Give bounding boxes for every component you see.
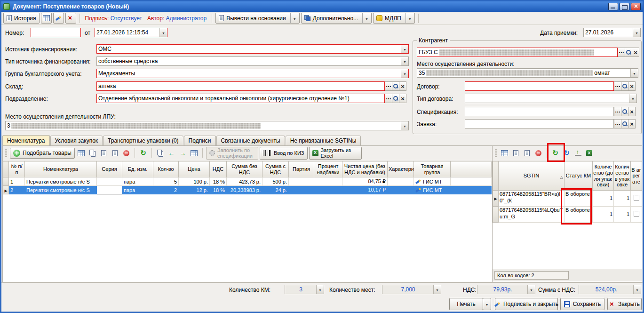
chevron-down-icon[interactable] <box>401 45 408 53</box>
chevron-down-icon[interactable] <box>405 13 412 23</box>
aggregate-checkbox[interactable] <box>634 195 639 201</box>
col-header[interactable]: Сумма без НДС <box>227 161 262 177</box>
ellipsis-button[interactable] <box>614 119 621 128</box>
table-row[interactable]: 1 Перчатки смотровые н/с S пара 5 100 р.… <box>3 177 492 186</box>
tab-linked-documents[interactable]: Связанные документы <box>216 136 285 146</box>
col-header[interactable]: Цена <box>179 161 210 177</box>
kiz-input-button[interactable]: Ввод по КИЗ <box>260 147 308 160</box>
chevron-down-icon[interactable] <box>629 94 636 103</box>
chevron-down-icon[interactable] <box>633 28 640 37</box>
tab-unlinked-sgtins[interactable]: Не привязанные SGTINы <box>286 136 361 146</box>
search-button[interactable] <box>621 119 628 128</box>
status-cell[interactable]: В обороте <box>564 191 593 207</box>
ellipsis-button[interactable] <box>618 48 625 57</box>
aggregate-checkbox[interactable] <box>634 211 639 217</box>
create-based-on-button[interactable]: Вывести на основании <box>215 13 300 24</box>
maximize-button[interactable] <box>620 3 629 10</box>
lpu-place-select[interactable]: 3 <box>5 121 409 130</box>
refresh-button[interactable] <box>550 148 560 158</box>
search-button[interactable] <box>621 81 628 91</box>
clear-button[interactable] <box>632 48 639 57</box>
request-field[interactable] <box>465 119 614 128</box>
chevron-down-icon[interactable] <box>159 28 167 37</box>
col-header[interactable]: НДС <box>210 161 227 177</box>
chevron-down-icon[interactable] <box>401 57 408 65</box>
export-row-button[interactable] <box>99 148 109 158</box>
col-header[interactable]: Серия <box>97 161 122 177</box>
table-row-selected[interactable]: 2 Перчатки смотровые н/с S пара 2 12 р. … <box>3 186 492 194</box>
minimize-button[interactable] <box>608 3 618 10</box>
sgtin-row[interactable]: 087176482058115%LQbuTu:m_G В обороте 1 1 <box>493 207 642 223</box>
import-row-button[interactable] <box>522 148 532 158</box>
sign-button[interactable] <box>53 13 64 24</box>
col-header-qty-share[interactable]: Количество (доля упаковки) <box>593 161 614 191</box>
col-header[interactable]: Сумма с НДС <box>262 161 289 177</box>
ellipsis-button[interactable] <box>385 94 392 103</box>
load-from-excel-button[interactable]: Загрузить из Excel <box>309 147 362 160</box>
accounting-group-select[interactable]: Медикаменты <box>96 69 409 78</box>
grid-settings-button[interactable] <box>76 148 86 158</box>
upload-codes-button[interactable] <box>573 148 583 158</box>
edit-grid-button[interactable] <box>189 148 199 158</box>
total-with-vat-select[interactable]: 524,00р. <box>579 285 641 294</box>
vat-select[interactable]: 79,93р. <box>477 285 535 294</box>
additional-button[interactable]: Дополнительно... <box>301 13 372 24</box>
chevron-down-icon[interactable] <box>630 69 638 77</box>
toolbar-grip[interactable] <box>495 149 497 157</box>
clear-button[interactable] <box>399 81 406 91</box>
print-dropdown-button[interactable] <box>483 298 491 310</box>
col-header-qty-pack[interactable]: Количество в упаковке <box>614 161 631 191</box>
department-field[interactable]: Отделение абдоминальной онкологии и тора… <box>96 94 385 103</box>
col-header[interactable]: № п/п <box>9 161 25 177</box>
sign-and-close-button[interactable]: Подписать и закрыть <box>495 298 558 310</box>
col-header-aggregate[interactable]: В агрегате <box>631 161 642 191</box>
delete-row-button[interactable] <box>533 148 543 158</box>
contract-field[interactable] <box>465 81 614 91</box>
tab-nomenclature[interactable]: Номенклатура <box>2 135 50 146</box>
chevron-down-icon[interactable] <box>527 285 535 294</box>
sgtin-row[interactable]: 087176482058115"BR<a)I0"_(К В обороте 1 … <box>493 191 642 207</box>
chevron-down-icon[interactable] <box>633 285 641 294</box>
col-header[interactable]: Номенклатура <box>25 161 97 177</box>
search-button[interactable] <box>392 81 399 91</box>
col-header-status[interactable]: Статус КМ <box>564 161 593 191</box>
col-header[interactable]: Товарная группа <box>414 161 451 177</box>
col-header-sgtin[interactable]: SGTIN <box>499 161 564 191</box>
delete-row-button[interactable] <box>121 148 131 158</box>
places-count-select[interactable]: 7,000 <box>382 285 441 294</box>
specification-field[interactable] <box>465 107 614 116</box>
ellipsis-button[interactable] <box>385 81 392 91</box>
ellipsis-button[interactable] <box>614 81 621 91</box>
col-header[interactable]: Процент надбавки <box>314 161 342 177</box>
km-count-select[interactable]: 3 <box>285 285 324 294</box>
excel-export-button[interactable] <box>584 148 594 158</box>
history-button[interactable]: История <box>3 13 40 24</box>
toolbar-grip[interactable] <box>5 149 7 157</box>
tab-signatures[interactable]: Подписи <box>184 136 216 146</box>
mdlp-button[interactable]: МДЛП <box>373 13 415 24</box>
ellipsis-button[interactable] <box>614 107 621 116</box>
print-button[interactable]: Печать <box>449 298 483 310</box>
status-cell[interactable]: В обороте <box>564 207 593 223</box>
counterparty-place-select[interactable]: 35 омнат <box>417 68 638 78</box>
tab-purchase-terms[interactable]: Условия закупок <box>50 136 103 146</box>
col-header[interactable]: Партия <box>289 161 314 177</box>
chevron-down-icon[interactable] <box>433 285 441 294</box>
refresh-button[interactable] <box>138 148 148 158</box>
remove-sign-button[interactable] <box>65 13 76 24</box>
datetime-select[interactable]: 27.01.2026 12:15:54 <box>95 28 167 37</box>
warehouse-field[interactable]: аптека <box>96 81 385 91</box>
chevron-down-icon[interactable] <box>316 285 324 294</box>
grid-settings-button[interactable] <box>41 13 52 24</box>
contract-type-select[interactable] <box>465 94 637 103</box>
col-header[interactable]: Характеристика <box>388 161 414 177</box>
clear-button[interactable] <box>628 81 636 91</box>
search-button[interactable] <box>392 94 399 103</box>
series-edit-cell[interactable] <box>97 186 122 194</box>
search-button[interactable] <box>621 107 628 116</box>
copy-row-button[interactable] <box>87 148 97 158</box>
move-right-button[interactable] <box>178 148 188 158</box>
close-document-button[interactable]: Закрыть <box>607 298 642 310</box>
exchange-button[interactable] <box>155 148 165 158</box>
search-button[interactable] <box>625 48 632 57</box>
